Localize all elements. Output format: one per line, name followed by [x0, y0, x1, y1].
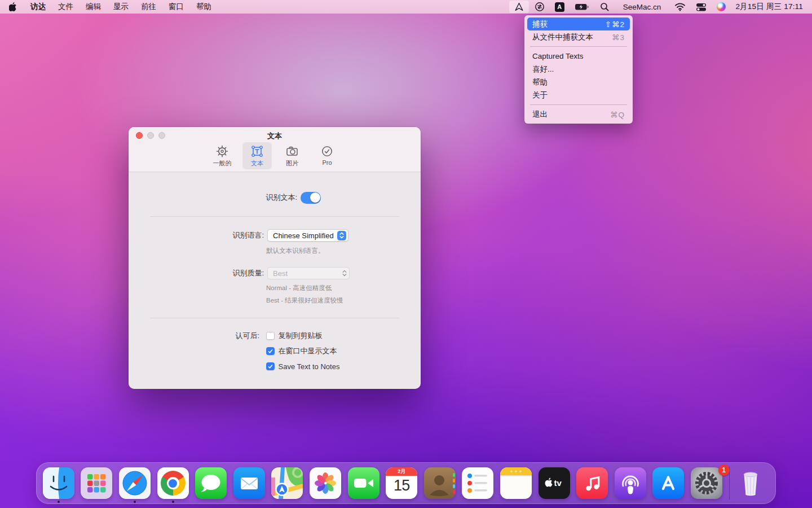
trash-icon	[735, 467, 766, 499]
dock-item-system-preferences[interactable]: 1	[687, 467, 726, 499]
translate-swap-icon	[535, 2, 545, 12]
checkbox-checked-icon	[266, 347, 275, 356]
tab-general[interactable]: 一般的	[208, 142, 237, 169]
language-select[interactable]: Chinese Simplified	[267, 229, 348, 242]
contacts-icon	[424, 467, 456, 499]
tab-pro[interactable]: Pro	[312, 142, 342, 169]
running-indicator	[58, 501, 60, 503]
apple-menu[interactable]	[0, 2, 24, 12]
battery-status-item[interactable]	[570, 0, 595, 14]
dock-item-maps[interactable]	[268, 467, 307, 499]
dock-item-calendar[interactable]: 2月 15	[382, 467, 421, 499]
menu-item-capture-from-file[interactable]: 从文件中捕获文本 ⌘3	[524, 30, 633, 43]
window-header: 文本 一般的	[129, 127, 421, 172]
server-label-item[interactable]: SeeMac.cn	[615, 0, 670, 14]
menubar-menu-file[interactable]: 文件	[52, 0, 80, 14]
menu-separator	[530, 46, 627, 47]
wifi-status-item[interactable]	[669, 0, 691, 14]
dock-item-trash[interactable]	[733, 467, 768, 499]
dock-item-apple-tv[interactable]: tv	[535, 467, 573, 499]
dock-item-app-store[interactable]	[650, 467, 688, 499]
minimize-button[interactable]	[147, 132, 154, 139]
translate-swap-status-icon[interactable]	[529, 0, 550, 14]
capture-app-icon	[514, 2, 524, 12]
zoom-button[interactable]	[158, 132, 165, 139]
spotlight-icon	[600, 2, 610, 12]
stepper-chevrons-disabled-icon	[342, 269, 347, 277]
text-selection-icon	[250, 144, 264, 158]
menubar-menu-view[interactable]: 显示	[107, 0, 135, 14]
menubar-menu-edit[interactable]: 编辑	[80, 0, 107, 14]
tab-image[interactable]: 图片	[277, 142, 307, 169]
running-indicator	[134, 501, 136, 503]
menu-item-about[interactable]: 关于	[524, 89, 633, 102]
quality-label: 识别质量:	[129, 268, 264, 278]
menu-item-capture[interactable]: 捕获 ⇧⌘2	[527, 17, 630, 30]
quality-caption-best: Best - 结果很好但速度较慢	[266, 296, 343, 305]
checkbox-copy-clipboard[interactable]: 复制到剪贴板	[266, 331, 323, 341]
dock-item-photos[interactable]	[306, 467, 345, 499]
tv-label: tv	[554, 478, 562, 488]
dock-item-chrome[interactable]	[154, 467, 192, 499]
system-preferences-icon	[691, 467, 722, 499]
menubar-menu-help[interactable]: 帮助	[190, 0, 218, 14]
dock-item-music[interactable]	[573, 467, 611, 499]
checkbox-show-in-window[interactable]: 在窗口中显示文本	[266, 346, 337, 356]
tab-image-label: 图片	[286, 159, 298, 168]
finder-icon	[43, 467, 74, 499]
menubar-app-name[interactable]: 访达	[24, 0, 52, 14]
window-title: 文本	[129, 131, 421, 141]
dock-item-notes[interactable]	[497, 467, 535, 499]
dock-item-contacts[interactable]	[421, 467, 459, 499]
close-button[interactable]	[136, 132, 143, 139]
siri-status-item[interactable]	[712, 0, 731, 14]
dock-item-podcasts[interactable]	[611, 467, 650, 499]
dock-item-mail[interactable]	[230, 467, 268, 499]
checkbox-copy-clipboard-label: 复制到剪贴板	[279, 331, 323, 341]
calendar-month: 2月	[386, 467, 417, 476]
after-row-2: 在窗口中显示文本	[129, 345, 421, 357]
recognize-text-row: 识别文本:	[129, 191, 421, 204]
wifi-icon	[674, 2, 686, 11]
menu-item-help[interactable]: 帮助	[524, 76, 633, 89]
dock-item-facetime[interactable]	[345, 467, 383, 499]
language-value: Chinese Simplified	[273, 231, 334, 240]
quality-select[interactable]: Best	[267, 267, 350, 279]
recognize-text-toggle[interactable]	[301, 192, 321, 204]
siri-icon	[717, 2, 726, 11]
capture-app-dropdown-menu: 捕获 ⇧⌘2 从文件中捕获文本 ⌘3 Captured Texts 喜好... …	[524, 15, 633, 124]
menu-item-captured-texts[interactable]: Captured Texts	[524, 50, 633, 63]
menu-item-quit[interactable]: 退出 ⌘Q	[524, 108, 633, 121]
control-center-icon	[696, 3, 707, 11]
checkbox-checked-icon	[266, 362, 275, 371]
dock-item-messages[interactable]	[192, 467, 230, 499]
dock-item-finder[interactable]	[39, 467, 78, 499]
dock-item-safari[interactable]	[116, 467, 154, 499]
chrome-icon	[157, 467, 189, 499]
checkbox-save-to-notes[interactable]: Save Text to Notes	[266, 362, 339, 371]
shortcut-quit: ⌘Q	[610, 110, 625, 119]
input-source-icon: A	[555, 2, 564, 12]
menubar-menu-window[interactable]: 窗口	[162, 0, 190, 14]
menu-bar-clock[interactable]: 2月15日 周三 17:11	[731, 2, 805, 12]
dock-item-launchpad[interactable]	[78, 467, 116, 499]
checkbox-show-in-window-label: 在窗口中显示文本	[279, 346, 337, 356]
dock: 2月 15	[36, 462, 776, 504]
menu-item-preferences[interactable]: 喜好...	[524, 63, 633, 76]
dock-item-reminders[interactable]	[459, 467, 497, 499]
safari-icon	[119, 467, 151, 499]
tab-text[interactable]: 文本	[242, 142, 272, 169]
control-center-status-item[interactable]	[691, 0, 712, 14]
separator	[150, 318, 399, 318]
shortcut-capture: ⇧⌘2	[605, 20, 625, 29]
input-source-status-item[interactable]: A	[550, 0, 570, 14]
spotlight-status-item[interactable]	[595, 0, 615, 14]
checkbox-save-to-notes-label: Save Text to Notes	[279, 362, 340, 371]
calendar-icon: 2月 15	[386, 467, 417, 499]
notes-icon	[500, 467, 532, 499]
recognize-text-label: 识别文本:	[129, 192, 297, 203]
capture-app-menu-icon[interactable]	[509, 0, 529, 14]
language-row: 识别语言: Chinese Simplified	[129, 229, 421, 242]
menubar-menu-go[interactable]: 前往	[135, 0, 162, 14]
reminders-icon	[462, 467, 493, 499]
